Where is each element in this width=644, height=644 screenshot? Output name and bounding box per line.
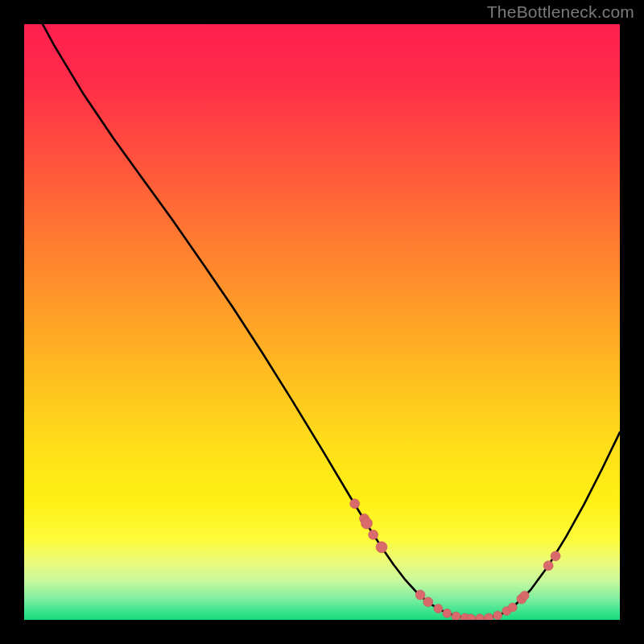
data-marker bbox=[493, 611, 502, 620]
data-marker bbox=[467, 614, 476, 623]
data-marker bbox=[369, 530, 378, 539]
gradient-background bbox=[24, 24, 620, 620]
data-marker bbox=[508, 603, 517, 612]
chart-svg bbox=[0, 0, 644, 644]
attribution-label: TheBottleneck.com bbox=[487, 2, 634, 22]
data-marker bbox=[443, 609, 452, 617]
chart-root: TheBottleneck.com bbox=[0, 0, 644, 644]
data-marker bbox=[423, 597, 433, 607]
data-marker bbox=[543, 561, 553, 571]
data-marker bbox=[452, 612, 460, 621]
data-marker bbox=[376, 542, 387, 553]
data-marker bbox=[415, 590, 425, 600]
data-marker bbox=[476, 614, 485, 623]
data-marker bbox=[485, 613, 493, 622]
data-marker bbox=[434, 604, 443, 613]
data-marker bbox=[551, 551, 560, 561]
data-marker bbox=[520, 591, 529, 600]
data-marker bbox=[350, 499, 360, 509]
data-marker bbox=[361, 518, 373, 529]
